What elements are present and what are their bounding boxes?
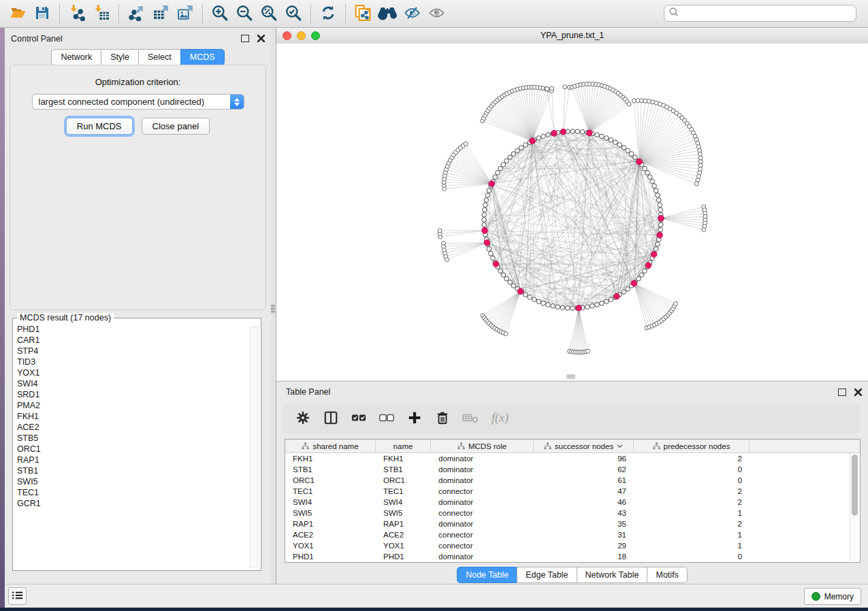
column-header-name[interactable]: name <box>376 440 431 452</box>
network-canvas[interactable] <box>276 44 868 380</box>
mcds-result-item[interactable]: CAR1 <box>17 335 248 346</box>
delete-column-button[interactable] <box>434 410 451 427</box>
search-network-button[interactable] <box>375 3 400 24</box>
export-image-button[interactable] <box>173 3 197 24</box>
import-table-button[interactable] <box>89 3 114 24</box>
table-row[interactable]: FKH1FKH1dominator962 <box>285 453 860 464</box>
refresh-button[interactable] <box>316 3 340 24</box>
table-row[interactable]: SWI5SWI5connector431 <box>285 508 860 518</box>
mcds-result-item[interactable]: SWI4 <box>17 378 248 389</box>
tab-node-table[interactable]: Node Table <box>457 567 517 583</box>
ring-node <box>511 152 516 156</box>
show-all-button[interactable] <box>424 3 449 24</box>
float-table-panel-icon[interactable] <box>837 387 847 397</box>
zoom-fit-button[interactable] <box>257 3 281 24</box>
table-row[interactable]: ORC1ORC1dominator610 <box>285 475 860 486</box>
tab-network-table[interactable]: Network Table <box>577 567 648 583</box>
mcds-result-item[interactable]: SRD1 <box>17 389 248 400</box>
ring-node <box>639 273 644 278</box>
ring-node <box>541 301 546 306</box>
mcds-result-item[interactable]: ACE2 <box>17 422 248 433</box>
table-row[interactable]: PHD1PHD1dominator180 <box>285 551 860 562</box>
ring-node <box>626 286 630 291</box>
mcds-result-item[interactable]: TEC1 <box>17 487 248 498</box>
mcds-result-item[interactable]: PMA2 <box>17 400 248 411</box>
save-floppy-icon <box>34 5 50 23</box>
hide-selected-button[interactable] <box>400 3 424 24</box>
delete-table-button[interactable] <box>462 410 479 427</box>
export-network-button[interactable] <box>124 3 148 24</box>
ring-node <box>493 175 498 180</box>
function-builder-button[interactable]: f(x) <box>490 410 513 427</box>
show-columns-button[interactable] <box>323 410 339 427</box>
tab-mcds[interactable]: MCDS <box>180 49 225 65</box>
memory-button[interactable]: Memory <box>804 588 861 605</box>
select-all-button[interactable] <box>351 410 367 427</box>
tab-select[interactable]: Select <box>138 49 181 65</box>
column-header-successor-nodes[interactable]: successor nodes <box>534 440 634 452</box>
network-search-box[interactable] <box>664 5 856 22</box>
network-graph[interactable] <box>276 44 868 380</box>
tab-motifs[interactable]: Motifs <box>647 567 687 583</box>
column-header-mcds-role[interactable]: MCDS role <box>431 440 534 452</box>
table-row[interactable]: YOX1YOX1connector291 <box>285 540 860 551</box>
table-row[interactable]: SWI4SWI4dominator462 <box>285 497 860 508</box>
mcds-result-item[interactable]: GCR1 <box>17 498 248 509</box>
table-settings-button[interactable] <box>295 410 311 427</box>
mcds-result-item[interactable]: YOX1 <box>17 367 248 378</box>
ring-node <box>656 242 660 247</box>
task-history-button[interactable] <box>8 587 27 605</box>
canvas-splitter-grip[interactable] <box>566 374 575 379</box>
table-row[interactable]: ACE2ACE2connector311 <box>285 529 860 540</box>
zoom-out-button[interactable] <box>232 3 257 24</box>
clone-network-button[interactable] <box>351 3 375 24</box>
mcds-result-item[interactable]: PHD1 <box>17 324 248 335</box>
tab-edge-table[interactable]: Edge Table <box>517 567 577 583</box>
cell-predecessor-nodes: 0 <box>634 552 750 561</box>
close-table-panel-icon[interactable] <box>853 387 863 397</box>
save-session-button[interactable] <box>30 3 54 24</box>
criterion-dropdown[interactable]: largest connected component (undirected) <box>32 94 244 110</box>
export-table-button[interactable] <box>148 3 173 24</box>
cell-successor-nodes: 46 <box>534 498 634 506</box>
ring-node <box>575 129 580 134</box>
network-window-titlebar[interactable]: YPA_prune.txt_1 <box>276 28 868 44</box>
tab-style[interactable]: Style <box>101 49 139 65</box>
float-panel-icon[interactable] <box>240 33 250 43</box>
table-scrollbar-thumb[interactable] <box>852 455 858 516</box>
table-row[interactable]: RAP1RAP1dominator352 <box>285 518 860 529</box>
zoom-selected-button[interactable] <box>281 3 306 24</box>
mcds-result-item[interactable]: SWI5 <box>17 476 248 487</box>
table-scrollbar[interactable] <box>850 453 859 561</box>
table-row[interactable]: TEC1TEC1connector472 <box>285 486 860 497</box>
mcds-node <box>530 138 536 144</box>
mcds-list-scrollbar[interactable] <box>250 327 258 567</box>
mcds-result-item[interactable]: RAP1 <box>17 455 248 465</box>
deselect-all-button[interactable] <box>379 410 395 427</box>
mcds-result-item[interactable]: FKH1 <box>17 411 248 422</box>
cell-name: STB1 <box>376 465 431 474</box>
cell-shared-name: ACE2 <box>285 531 376 539</box>
ring-node <box>541 134 546 139</box>
main-toolbar <box>0 0 868 28</box>
zoom-in-button[interactable] <box>208 3 232 24</box>
zoom-selected-icon <box>285 4 302 24</box>
column-header-shared-name[interactable]: shared name <box>285 440 376 452</box>
ring-node <box>609 297 613 302</box>
run-mcds-button[interactable]: Run MCDS <box>66 118 133 135</box>
mcds-result-item[interactable]: STP4 <box>17 346 248 357</box>
close-panel-icon[interactable] <box>256 33 266 43</box>
splitter-grip[interactable] <box>271 304 275 314</box>
open-file-button[interactable] <box>5 3 30 24</box>
table-row[interactable]: STB1STB1dominator620 <box>285 464 860 475</box>
column-header-predecessor-nodes[interactable]: predecessor nodes <box>634 440 750 452</box>
mcds-result-item[interactable]: ORC1 <box>17 444 248 455</box>
close-panel-button[interactable]: Close panel <box>142 118 210 135</box>
add-column-button[interactable] <box>406 410 423 427</box>
mcds-result-item[interactable]: STB1 <box>17 465 248 476</box>
import-network-button[interactable] <box>65 3 89 24</box>
mcds-result-item[interactable]: TID3 <box>17 357 248 367</box>
tab-network[interactable]: Network <box>51 49 101 65</box>
search-input[interactable] <box>679 8 856 19</box>
mcds-result-item[interactable]: STB5 <box>17 433 248 444</box>
